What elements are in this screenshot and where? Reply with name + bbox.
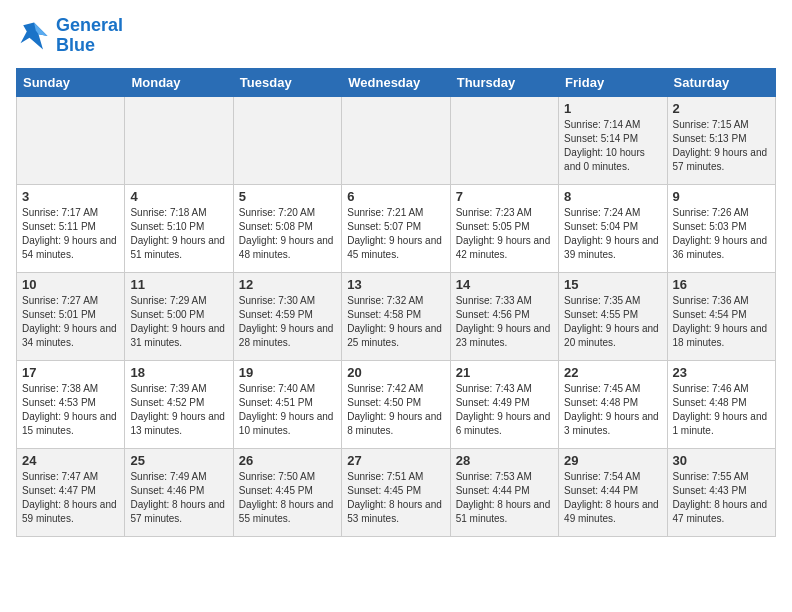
day-info: Sunrise: 7:15 AM Sunset: 5:13 PM Dayligh…	[673, 118, 770, 174]
calendar-cell: 13Sunrise: 7:32 AM Sunset: 4:58 PM Dayli…	[342, 272, 450, 360]
day-info: Sunrise: 7:17 AM Sunset: 5:11 PM Dayligh…	[22, 206, 119, 262]
day-number: 25	[130, 453, 227, 468]
day-number: 30	[673, 453, 770, 468]
calendar-cell: 9Sunrise: 7:26 AM Sunset: 5:03 PM Daylig…	[667, 184, 775, 272]
day-number: 19	[239, 365, 336, 380]
day-info: Sunrise: 7:47 AM Sunset: 4:47 PM Dayligh…	[22, 470, 119, 526]
day-info: Sunrise: 7:32 AM Sunset: 4:58 PM Dayligh…	[347, 294, 444, 350]
calendar-cell: 4Sunrise: 7:18 AM Sunset: 5:10 PM Daylig…	[125, 184, 233, 272]
day-info: Sunrise: 7:36 AM Sunset: 4:54 PM Dayligh…	[673, 294, 770, 350]
day-number: 9	[673, 189, 770, 204]
page-header: General Blue	[16, 16, 776, 56]
day-info: Sunrise: 7:26 AM Sunset: 5:03 PM Dayligh…	[673, 206, 770, 262]
day-header-row: SundayMondayTuesdayWednesdayThursdayFrid…	[17, 68, 776, 96]
logo: General Blue	[16, 16, 123, 56]
day-header-monday: Monday	[125, 68, 233, 96]
calendar-header: SundayMondayTuesdayWednesdayThursdayFrid…	[17, 68, 776, 96]
day-number: 20	[347, 365, 444, 380]
day-info: Sunrise: 7:55 AM Sunset: 4:43 PM Dayligh…	[673, 470, 770, 526]
day-header-tuesday: Tuesday	[233, 68, 341, 96]
day-number: 21	[456, 365, 553, 380]
calendar-week-1: 1Sunrise: 7:14 AM Sunset: 5:14 PM Daylig…	[17, 96, 776, 184]
day-header-sunday: Sunday	[17, 68, 125, 96]
calendar-cell: 6Sunrise: 7:21 AM Sunset: 5:07 PM Daylig…	[342, 184, 450, 272]
day-info: Sunrise: 7:35 AM Sunset: 4:55 PM Dayligh…	[564, 294, 661, 350]
day-info: Sunrise: 7:54 AM Sunset: 4:44 PM Dayligh…	[564, 470, 661, 526]
day-info: Sunrise: 7:43 AM Sunset: 4:49 PM Dayligh…	[456, 382, 553, 438]
day-number: 8	[564, 189, 661, 204]
calendar-week-3: 10Sunrise: 7:27 AM Sunset: 5:01 PM Dayli…	[17, 272, 776, 360]
day-info: Sunrise: 7:27 AM Sunset: 5:01 PM Dayligh…	[22, 294, 119, 350]
day-header-saturday: Saturday	[667, 68, 775, 96]
calendar-cell: 5Sunrise: 7:20 AM Sunset: 5:08 PM Daylig…	[233, 184, 341, 272]
logo-text: General Blue	[56, 16, 123, 56]
day-number: 17	[22, 365, 119, 380]
day-number: 29	[564, 453, 661, 468]
calendar-cell	[17, 96, 125, 184]
day-number: 13	[347, 277, 444, 292]
day-info: Sunrise: 7:38 AM Sunset: 4:53 PM Dayligh…	[22, 382, 119, 438]
calendar-cell: 12Sunrise: 7:30 AM Sunset: 4:59 PM Dayli…	[233, 272, 341, 360]
day-number: 24	[22, 453, 119, 468]
day-number: 28	[456, 453, 553, 468]
calendar-cell: 29Sunrise: 7:54 AM Sunset: 4:44 PM Dayli…	[559, 448, 667, 536]
day-info: Sunrise: 7:50 AM Sunset: 4:45 PM Dayligh…	[239, 470, 336, 526]
logo-line1: General	[56, 15, 123, 35]
day-info: Sunrise: 7:29 AM Sunset: 5:00 PM Dayligh…	[130, 294, 227, 350]
day-number: 26	[239, 453, 336, 468]
calendar-cell: 14Sunrise: 7:33 AM Sunset: 4:56 PM Dayli…	[450, 272, 558, 360]
calendar-cell: 22Sunrise: 7:45 AM Sunset: 4:48 PM Dayli…	[559, 360, 667, 448]
day-info: Sunrise: 7:23 AM Sunset: 5:05 PM Dayligh…	[456, 206, 553, 262]
calendar-cell: 7Sunrise: 7:23 AM Sunset: 5:05 PM Daylig…	[450, 184, 558, 272]
day-number: 2	[673, 101, 770, 116]
calendar-cell: 23Sunrise: 7:46 AM Sunset: 4:48 PM Dayli…	[667, 360, 775, 448]
day-number: 4	[130, 189, 227, 204]
day-info: Sunrise: 7:51 AM Sunset: 4:45 PM Dayligh…	[347, 470, 444, 526]
day-number: 6	[347, 189, 444, 204]
calendar-cell: 21Sunrise: 7:43 AM Sunset: 4:49 PM Dayli…	[450, 360, 558, 448]
day-number: 15	[564, 277, 661, 292]
day-header-thursday: Thursday	[450, 68, 558, 96]
day-number: 22	[564, 365, 661, 380]
day-info: Sunrise: 7:21 AM Sunset: 5:07 PM Dayligh…	[347, 206, 444, 262]
day-info: Sunrise: 7:46 AM Sunset: 4:48 PM Dayligh…	[673, 382, 770, 438]
calendar-cell	[450, 96, 558, 184]
calendar-cell: 28Sunrise: 7:53 AM Sunset: 4:44 PM Dayli…	[450, 448, 558, 536]
day-number: 16	[673, 277, 770, 292]
calendar-body: 1Sunrise: 7:14 AM Sunset: 5:14 PM Daylig…	[17, 96, 776, 536]
day-info: Sunrise: 7:39 AM Sunset: 4:52 PM Dayligh…	[130, 382, 227, 438]
calendar-cell: 15Sunrise: 7:35 AM Sunset: 4:55 PM Dayli…	[559, 272, 667, 360]
day-number: 10	[22, 277, 119, 292]
calendar-cell: 26Sunrise: 7:50 AM Sunset: 4:45 PM Dayli…	[233, 448, 341, 536]
day-info: Sunrise: 7:18 AM Sunset: 5:10 PM Dayligh…	[130, 206, 227, 262]
calendar-cell: 2Sunrise: 7:15 AM Sunset: 5:13 PM Daylig…	[667, 96, 775, 184]
calendar-week-2: 3Sunrise: 7:17 AM Sunset: 5:11 PM Daylig…	[17, 184, 776, 272]
calendar-cell: 18Sunrise: 7:39 AM Sunset: 4:52 PM Dayli…	[125, 360, 233, 448]
calendar-cell	[342, 96, 450, 184]
calendar-cell: 19Sunrise: 7:40 AM Sunset: 4:51 PM Dayli…	[233, 360, 341, 448]
logo-icon	[16, 18, 52, 54]
day-number: 1	[564, 101, 661, 116]
day-info: Sunrise: 7:14 AM Sunset: 5:14 PM Dayligh…	[564, 118, 661, 174]
day-header-friday: Friday	[559, 68, 667, 96]
day-info: Sunrise: 7:49 AM Sunset: 4:46 PM Dayligh…	[130, 470, 227, 526]
calendar-cell: 24Sunrise: 7:47 AM Sunset: 4:47 PM Dayli…	[17, 448, 125, 536]
day-info: Sunrise: 7:45 AM Sunset: 4:48 PM Dayligh…	[564, 382, 661, 438]
day-info: Sunrise: 7:20 AM Sunset: 5:08 PM Dayligh…	[239, 206, 336, 262]
calendar-table: SundayMondayTuesdayWednesdayThursdayFrid…	[16, 68, 776, 537]
day-number: 11	[130, 277, 227, 292]
svg-marker-0	[21, 22, 48, 49]
day-info: Sunrise: 7:24 AM Sunset: 5:04 PM Dayligh…	[564, 206, 661, 262]
calendar-cell: 16Sunrise: 7:36 AM Sunset: 4:54 PM Dayli…	[667, 272, 775, 360]
calendar-cell: 25Sunrise: 7:49 AM Sunset: 4:46 PM Dayli…	[125, 448, 233, 536]
calendar-week-4: 17Sunrise: 7:38 AM Sunset: 4:53 PM Dayli…	[17, 360, 776, 448]
calendar-cell: 10Sunrise: 7:27 AM Sunset: 5:01 PM Dayli…	[17, 272, 125, 360]
day-header-wednesday: Wednesday	[342, 68, 450, 96]
day-number: 12	[239, 277, 336, 292]
calendar-cell	[233, 96, 341, 184]
calendar-cell: 3Sunrise: 7:17 AM Sunset: 5:11 PM Daylig…	[17, 184, 125, 272]
calendar-cell: 11Sunrise: 7:29 AM Sunset: 5:00 PM Dayli…	[125, 272, 233, 360]
calendar-cell	[125, 96, 233, 184]
day-info: Sunrise: 7:42 AM Sunset: 4:50 PM Dayligh…	[347, 382, 444, 438]
day-number: 27	[347, 453, 444, 468]
